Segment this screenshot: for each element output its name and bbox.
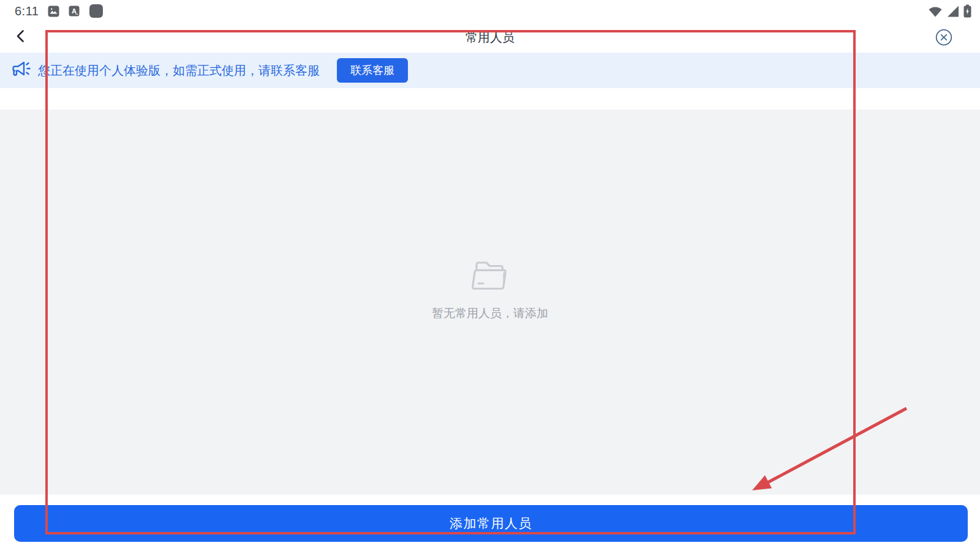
empty-state: 暂无常用人员，请添加	[432, 257, 548, 321]
input-a-icon: A	[69, 6, 80, 17]
app-square-icon	[89, 4, 104, 18]
photo-icon	[48, 6, 59, 17]
spacer	[0, 88, 980, 110]
footer-bar: 添加常用人员	[0, 495, 980, 551]
page-title: 常用人员	[0, 22, 980, 53]
svg-text:A: A	[72, 7, 77, 15]
trial-notice-banner: 您正在使用个人体验版，如需正式使用，请联系客服 联系客服	[0, 53, 980, 88]
status-bar: 6:11 A	[0, 0, 980, 22]
wifi-icon	[928, 6, 943, 17]
personnel-list-area: 暂无常用人员，请添加	[0, 110, 980, 495]
battery-charging-icon	[963, 4, 971, 18]
megaphone-icon	[10, 59, 31, 82]
contact-support-button[interactable]: 联系客服	[337, 58, 408, 83]
nav-bar: 常用人员	[0, 22, 980, 53]
empty-folder-icon	[469, 257, 511, 293]
trial-notice-text: 您正在使用个人体验版，如需正式使用，请联系客服	[38, 62, 320, 79]
add-personnel-button[interactable]: 添加常用人员	[14, 505, 968, 542]
clock: 6:11	[15, 4, 39, 18]
empty-state-message: 暂无常用人员，请添加	[432, 305, 548, 321]
cellular-signal-icon	[947, 6, 959, 17]
close-circle-icon	[935, 38, 953, 48]
close-button[interactable]	[935, 28, 953, 47]
